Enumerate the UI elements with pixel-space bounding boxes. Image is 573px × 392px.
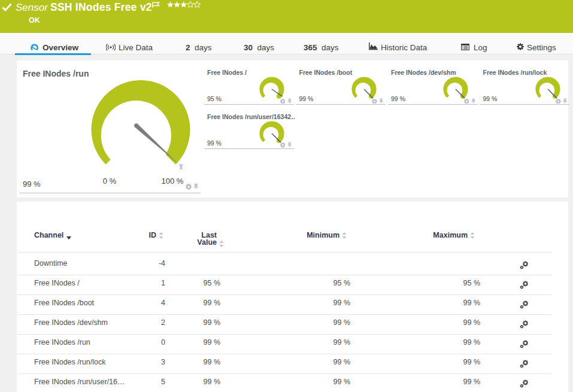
svg-text:x: x (180, 164, 183, 171)
